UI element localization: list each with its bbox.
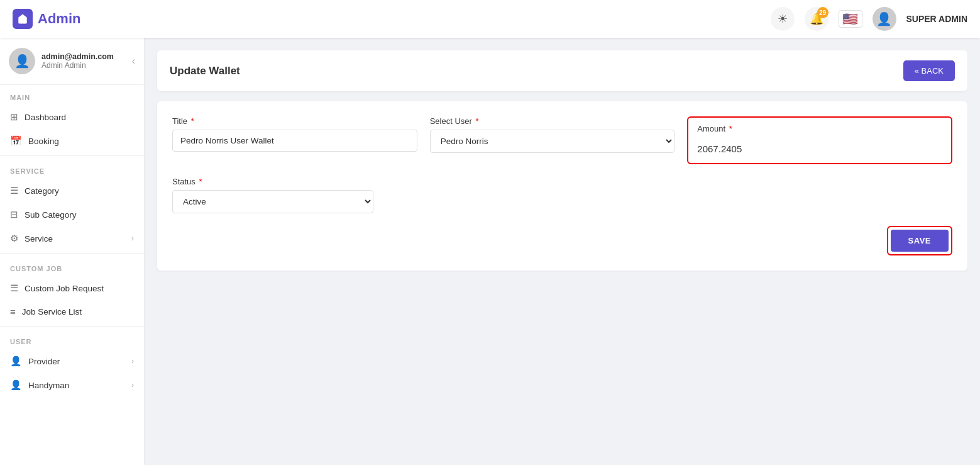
- provider-chevron-icon: ›: [131, 357, 134, 366]
- sidebar-item-category[interactable]: ☰ Category: [0, 179, 144, 203]
- status-group: Status * Active Inactive: [172, 177, 373, 213]
- notification-badge: 29: [817, 7, 829, 18]
- sidebar-item-service[interactable]: ⚙ Service ›: [0, 227, 144, 250]
- service-chevron-icon: ›: [131, 234, 134, 243]
- sidebar-label-booking: Booking: [28, 137, 59, 146]
- service-icon: ⚙: [10, 233, 18, 244]
- sidebar-item-jobservicelist[interactable]: ≡ Job Service List: [0, 300, 144, 323]
- section-title-user: USER: [0, 329, 144, 349]
- main-content: Update Wallet « BACK Title * Select User…: [145, 38, 980, 465]
- section-title-main: MAIN: [0, 85, 144, 105]
- amount-group: Amount * 2067.2405: [687, 116, 952, 164]
- notification-button[interactable]: 🔔 29: [805, 7, 829, 31]
- customjobrequest-icon: ☰: [10, 283, 18, 294]
- sidebar-label-provider: Provider: [28, 357, 60, 366]
- layout: 👤 admin@admin.com Admin Admin ‹ MAIN ⊞ D…: [0, 38, 980, 465]
- sidebar-item-customjobrequest[interactable]: ☰ Custom Job Request: [0, 276, 144, 300]
- jobservicelist-icon: ≡: [10, 306, 16, 317]
- divider-2: [0, 253, 144, 254]
- back-button[interactable]: « BACK: [903, 60, 955, 81]
- select-user-required: *: [476, 116, 479, 126]
- select-user-label: Select User *: [430, 116, 675, 126]
- sidebar-avatar-icon: 👤: [14, 53, 30, 69]
- status-dropdown[interactable]: Active Inactive: [172, 190, 373, 213]
- sidebar-user: 👤 admin@admin.com Admin Admin ‹: [0, 38, 144, 85]
- page-header: Update Wallet « BACK: [157, 50, 967, 91]
- title-group: Title *: [172, 116, 417, 164]
- save-btn-wrapper: SAVE: [887, 226, 952, 255]
- sidebar-label-jobservicelist: Job Service List: [22, 307, 82, 317]
- sidebar-label-customjobrequest: Custom Job Request: [25, 284, 104, 293]
- theme-toggle-button[interactable]: ☀: [771, 7, 795, 31]
- form-card: Title * Select User * Pedro Norris: [157, 101, 967, 271]
- subcategory-icon: ⊟: [10, 209, 18, 220]
- category-icon: ☰: [10, 185, 18, 196]
- save-button[interactable]: SAVE: [891, 230, 949, 252]
- status-required: *: [199, 177, 202, 186]
- form-row-2: Status * Active Inactive: [172, 177, 952, 213]
- sidebar-item-booking[interactable]: 📅 Booking: [0, 129, 144, 153]
- sidebar: 👤 admin@admin.com Admin Admin ‹ MAIN ⊞ D…: [0, 38, 145, 465]
- title-required: *: [191, 116, 194, 126]
- admin-name-label: SUPER ADMIN: [906, 14, 968, 24]
- sidebar-label-category: Category: [25, 186, 59, 196]
- handyman-chevron-icon: ›: [131, 381, 134, 389]
- logo-icon: [13, 9, 33, 29]
- sidebar-item-dashboard[interactable]: ⊞ Dashboard: [0, 105, 144, 129]
- handyman-icon: 👤: [10, 379, 22, 391]
- sidebar-label-service: Service: [25, 234, 53, 244]
- sidebar-item-subcategory[interactable]: ⊟ Sub Category: [0, 203, 144, 227]
- flag-icon: 🇺🇸: [842, 11, 858, 26]
- language-selector[interactable]: 🇺🇸: [839, 10, 862, 28]
- section-title-customjob: CUSTOM JOB: [0, 256, 144, 276]
- divider-1: [0, 155, 144, 156]
- sidebar-user-email: admin@admin.com: [41, 52, 114, 61]
- avatar-icon: 👤: [876, 11, 892, 26]
- select-user-group: Select User * Pedro Norris: [430, 116, 675, 164]
- sidebar-item-provider[interactable]: 👤 Provider ›: [0, 349, 144, 373]
- save-row: SAVE: [172, 226, 952, 255]
- page-title: Update Wallet: [170, 65, 240, 77]
- brand: Admin: [13, 9, 80, 29]
- title-label: Title *: [172, 116, 417, 126]
- navbar: Admin ☀ 🔔 29 🇺🇸 👤 SUPER ADMIN: [0, 0, 980, 38]
- sidebar-label-handyman: Handyman: [28, 381, 69, 390]
- sidebar-user-info: admin@admin.com Admin Admin: [41, 52, 114, 70]
- amount-label: Amount *: [697, 124, 942, 133]
- sidebar-item-handyman[interactable]: 👤 Handyman ›: [0, 373, 144, 397]
- sidebar-collapse-button[interactable]: ‹: [132, 55, 135, 67]
- title-input[interactable]: [172, 130, 417, 152]
- theme-icon: ☀: [778, 12, 788, 26]
- status-label: Status *: [172, 177, 373, 186]
- navbar-right: ☀ 🔔 29 🇺🇸 👤 SUPER ADMIN: [771, 7, 968, 31]
- form-row-1: Title * Select User * Pedro Norris: [172, 116, 952, 164]
- amount-value: 2067.2405: [697, 141, 942, 157]
- select-user-dropdown[interactable]: Pedro Norris: [430, 130, 675, 153]
- sidebar-label-dashboard: Dashboard: [25, 113, 66, 122]
- sidebar-user-name: Admin Admin: [41, 61, 114, 70]
- provider-icon: 👤: [10, 356, 22, 367]
- dashboard-icon: ⊞: [10, 111, 18, 123]
- section-title-service: SERVICE: [0, 159, 144, 179]
- divider-3: [0, 326, 144, 327]
- avatar: 👤: [873, 7, 896, 31]
- amount-required: *: [729, 124, 732, 133]
- brand-label: Admin: [38, 11, 80, 27]
- booking-icon: 📅: [10, 135, 22, 147]
- sidebar-avatar: 👤: [9, 48, 35, 74]
- sidebar-label-subcategory: Sub Category: [25, 210, 77, 220]
